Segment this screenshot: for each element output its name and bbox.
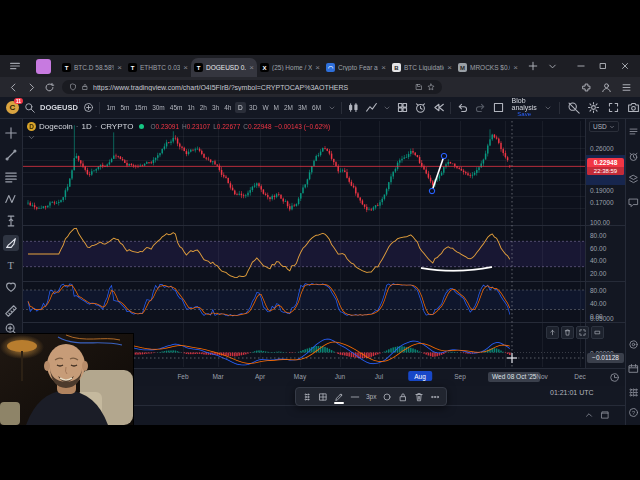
price-chart-canvas[interactable] [22, 119, 585, 368]
indicators-icon[interactable] [365, 101, 378, 114]
url-text[interactable]: https://www.tradingview.com/chart/O4I5FI… [93, 84, 411, 91]
tab-close-icon[interactable]: × [513, 63, 518, 72]
currency-toggle[interactable]: USD [589, 121, 619, 132]
tab-close-icon[interactable]: × [381, 63, 386, 72]
timeframe-5m[interactable]: 5m [119, 102, 131, 113]
pane-move-up-button[interactable] [546, 326, 559, 339]
timeframe-W[interactable]: W [261, 102, 270, 113]
timeframe-45m[interactable]: 45m [168, 102, 184, 113]
settings-gear-icon[interactable] [587, 101, 600, 114]
tab-list-icon[interactable] [8, 59, 22, 73]
apps-icon[interactable] [628, 387, 639, 398]
user-avatar[interactable]: C11 [6, 101, 19, 114]
streams-icon[interactable] [628, 339, 639, 350]
forward-button[interactable] [26, 82, 37, 93]
legend-collapse-chevron[interactable] [27, 133, 36, 142]
long-position-tool-icon[interactable] [3, 213, 19, 229]
shield-icon[interactable] [69, 83, 77, 91]
undo-icon[interactable] [456, 101, 469, 114]
style-template-icon[interactable] [318, 392, 328, 402]
timezone-clock-icon[interactable] [609, 372, 620, 383]
color-pencil-icon[interactable] [334, 392, 344, 402]
legend-symbol[interactable]: Dogecoin [39, 122, 73, 131]
help-icon[interactable]: ? [628, 407, 639, 418]
pane-maximize-button[interactable] [576, 326, 589, 339]
save-layout-link[interactable]: Save [517, 111, 531, 118]
back-button[interactable] [8, 82, 19, 93]
pinned-tab[interactable] [36, 59, 51, 74]
tab-close-icon[interactable]: × [447, 63, 452, 72]
chart-legend[interactable]: D Dogecoin · 1D · CRYPTO O0.23091 H0.231… [27, 122, 330, 131]
calendar-icon[interactable] [628, 363, 639, 374]
symbol-search-icon[interactable] [24, 102, 35, 113]
drag-handle-icon[interactable] [302, 392, 312, 402]
window-close-button[interactable] [620, 61, 630, 71]
tab-search-chevron[interactable] [547, 61, 558, 72]
object-tree-icon[interactable] [628, 174, 639, 185]
snapshot-camera-icon[interactable] [627, 101, 640, 114]
fib-retracement-tool-icon[interactable] [3, 169, 19, 185]
alerts-icon[interactable] [628, 151, 639, 162]
timeframe-15m[interactable]: 15m [133, 102, 149, 113]
tab-close-icon[interactable]: × [315, 63, 320, 72]
legend-exchange[interactable]: CRYPTO [100, 122, 133, 131]
timeframe-2M[interactable]: 2M [282, 102, 294, 113]
address-bar[interactable]: https://www.tradingview.com/chart/O4I5FI… [62, 80, 442, 94]
timeframe-1m[interactable]: 1m [105, 102, 117, 113]
measure-tool-icon[interactable] [3, 303, 19, 319]
timeframe-3h[interactable]: 3h [210, 102, 220, 113]
compare-add-icon[interactable] [83, 102, 94, 113]
watchlist-icon[interactable] [628, 126, 639, 137]
profile-icon[interactable] [601, 82, 612, 93]
pane-collapse-button[interactable] [591, 326, 604, 339]
brush-tool-icon[interactable] [3, 235, 19, 251]
xabcd-pattern-tool-icon[interactable] [3, 191, 19, 207]
more-options-icon[interactable] [430, 392, 440, 402]
timeframe-3D[interactable]: 3D [248, 102, 259, 113]
line-width-icon[interactable] [350, 392, 360, 402]
timeframe-M[interactable]: M [272, 102, 280, 113]
symbol-search-box[interactable]: DOGEUSD [40, 103, 78, 112]
replay-icon[interactable] [432, 101, 445, 114]
browser-menu-icon[interactable] [621, 82, 632, 93]
timeframe-30m[interactable]: 30m [151, 102, 167, 113]
timeframe-3M[interactable]: 3M [297, 102, 309, 113]
layout-name[interactable]: Blob analysis Save [512, 97, 537, 118]
line-width-label[interactable]: 3px [366, 393, 376, 400]
tab-close-icon[interactable]: × [249, 63, 254, 72]
timeframe-chevron[interactable] [328, 104, 336, 112]
delete-drawing-icon[interactable] [414, 392, 424, 402]
timeframe-6M[interactable]: 6M [311, 102, 323, 113]
emoji-tool-icon[interactable] [3, 279, 19, 295]
redo-icon[interactable] [474, 101, 487, 114]
browser-tab[interactable]: ◠Crypto Fear and Gre…× [323, 58, 389, 77]
layout-select-icon[interactable] [492, 101, 505, 114]
lock-drawing-icon[interactable] [398, 392, 408, 402]
open-panel-icon[interactable] [584, 410, 594, 420]
legend-timeframe[interactable]: 1D [81, 122, 91, 131]
bookmark-star-icon[interactable] [427, 83, 435, 91]
chat-icon[interactable] [628, 197, 639, 208]
reload-button[interactable] [44, 82, 55, 93]
tab-close-icon[interactable]: × [117, 63, 122, 72]
quick-search-icon[interactable] [567, 101, 580, 114]
crosshair-tool-icon[interactable] [3, 125, 19, 141]
browser-tab[interactable]: TETHBTC 0.03663 ▼ −…× [125, 58, 191, 77]
extensions-icon[interactable] [581, 82, 592, 93]
browser-tab[interactable]: BBTC Liquidation Level…× [389, 58, 455, 77]
window-maximize-button[interactable] [598, 61, 608, 71]
utc-clock[interactable]: 01:21:01 UTC [550, 389, 594, 396]
new-tab-button[interactable] [527, 60, 539, 72]
browser-tab[interactable]: TBTC.D 58.58% ▲ +0.…× [59, 58, 125, 77]
save-page-icon[interactable] [415, 83, 423, 91]
browser-tab[interactable]: MMROCKS $0.004882 ·× [455, 58, 521, 77]
layout-grid-icon[interactable] [396, 101, 409, 114]
alert-icon[interactable] [414, 101, 427, 114]
tab-close-icon[interactable]: × [183, 63, 188, 72]
browser-tab[interactable]: X(25) Home / X× [257, 58, 323, 77]
trend-line-tool-icon[interactable] [3, 147, 19, 163]
browser-tab[interactable]: TDOGEUSD 0.22948 ▼× [191, 58, 257, 77]
timeframe-1h[interactable]: 1h [186, 102, 196, 113]
window-minimize-button[interactable] [576, 61, 586, 71]
opacity-circle-icon[interactable] [382, 392, 392, 402]
